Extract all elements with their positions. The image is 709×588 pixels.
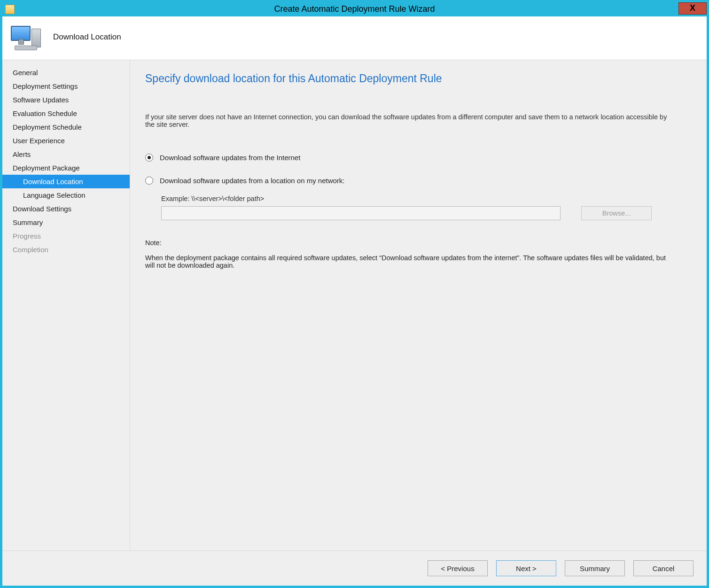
option-label: Download software updates from the Inter…: [160, 154, 300, 162]
page-title: Download Location: [53, 32, 121, 42]
radio-icon: [145, 154, 153, 162]
next-button[interactable]: Next >: [496, 560, 556, 576]
close-button[interactable]: X: [678, 2, 707, 15]
radio-icon: [145, 177, 153, 185]
wizard-footer: < Previous Next > Summary Cancel: [2, 550, 707, 586]
computer-icon: [11, 23, 43, 51]
sidebar-item-user-experience[interactable]: User Experience: [2, 134, 130, 147]
option-download-internet[interactable]: Download software updates from the Inter…: [145, 154, 690, 162]
title-bar: Create Automatic Deployment Rule Wizard …: [2, 2, 707, 16]
cancel-button[interactable]: Cancel: [633, 560, 693, 576]
option-download-network[interactable]: Download software updates from a locatio…: [145, 177, 690, 185]
option-label: Download software updates from a locatio…: [160, 177, 345, 185]
sidebar-item-download-location[interactable]: Download Location: [2, 175, 130, 188]
summary-button[interactable]: Summary: [565, 560, 625, 576]
wizard-body: General Deployment Settings Software Upd…: [2, 60, 707, 550]
network-path-row: Browse...: [161, 206, 690, 220]
content-description: If your site server does not have an Int…: [145, 113, 676, 128]
sidebar-item-alerts[interactable]: Alerts: [2, 147, 130, 161]
note-label: Note:: [145, 239, 690, 247]
sidebar-item-download-settings[interactable]: Download Settings: [2, 202, 130, 216]
previous-button[interactable]: < Previous: [428, 560, 488, 576]
app-icon: [5, 5, 15, 14]
sidebar-item-deployment-schedule[interactable]: Deployment Schedule: [2, 120, 130, 134]
window-title: Create Automatic Deployment Rule Wizard: [2, 4, 707, 14]
sidebar-item-progress: Progress: [2, 229, 130, 243]
sidebar-item-evaluation-schedule[interactable]: Evaluation Schedule: [2, 107, 130, 120]
sidebar-item-general[interactable]: General: [2, 66, 130, 79]
sidebar-item-deployment-package[interactable]: Deployment Package: [2, 161, 130, 175]
sidebar-item-summary[interactable]: Summary: [2, 216, 130, 229]
wizard-window: Create Automatic Deployment Rule Wizard …: [0, 0, 709, 588]
content-heading: Specify download location for this Autom…: [145, 72, 690, 85]
wizard-content: Specify download location for this Autom…: [130, 60, 707, 550]
wizard-header: Download Location: [2, 16, 707, 60]
note-text: When the deployment package contains all…: [145, 254, 676, 269]
example-label: Example: \\<server>\<folder path>: [161, 195, 690, 202]
sidebar-item-language-selection[interactable]: Language Selection: [2, 188, 130, 202]
sidebar-item-completion: Completion: [2, 243, 130, 256]
network-path-input[interactable]: [161, 206, 561, 220]
wizard-sidebar: General Deployment Settings Software Upd…: [2, 60, 130, 550]
browse-button[interactable]: Browse...: [581, 206, 652, 220]
sidebar-item-software-updates[interactable]: Software Updates: [2, 93, 130, 107]
sidebar-item-deployment-settings[interactable]: Deployment Settings: [2, 79, 130, 93]
